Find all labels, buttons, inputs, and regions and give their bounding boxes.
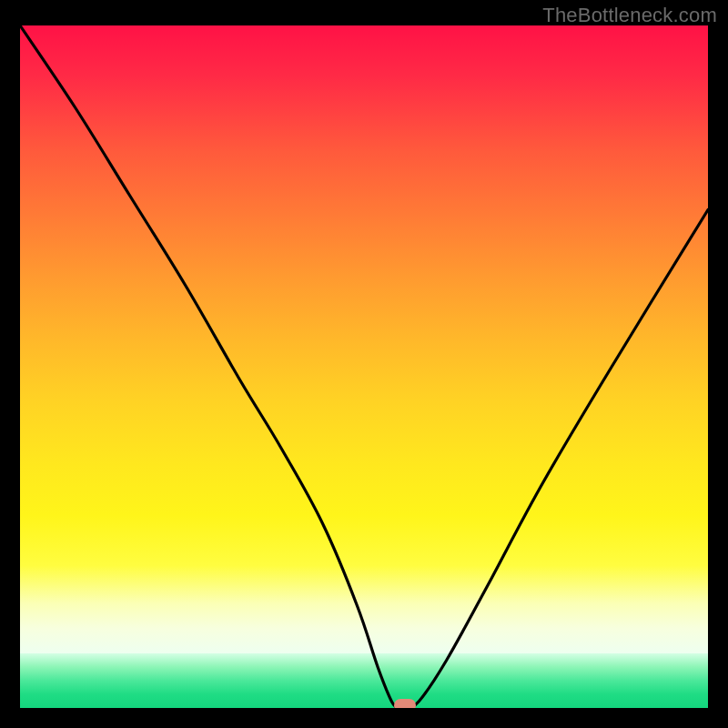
plot-area — [20, 25, 708, 708]
optimal-marker — [394, 699, 416, 708]
watermark-text: TheBottleneck.com — [542, 4, 717, 27]
chart-frame: TheBottleneck.com — [0, 0, 728, 728]
bottleneck-curve — [20, 25, 708, 708]
